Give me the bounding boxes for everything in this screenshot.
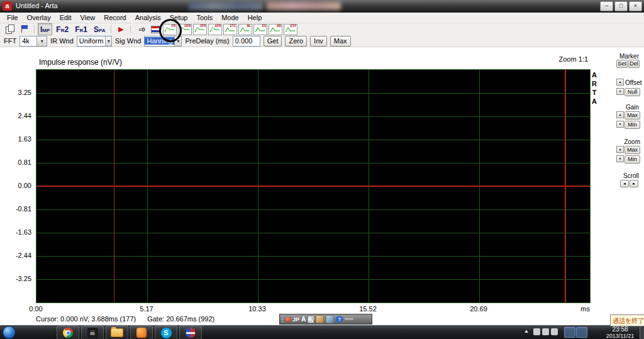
ir-wnd-dropdown[interactable]: Uniform ▼ (77, 36, 112, 47)
tray-ime-button[interactable] (576, 327, 587, 338)
scroll-right-button[interactable]: ► (630, 180, 638, 187)
tray-icon[interactable] (551, 328, 558, 335)
y-tick: 2.44 (10, 112, 31, 119)
chevron-down-icon[interactable]: ▼ (105, 36, 111, 46)
gain-up-spinner[interactable]: ▲ (616, 111, 624, 118)
gate-readout: Gate: 20.667ms (992) (147, 315, 214, 323)
y-tick: 3.25 (10, 89, 31, 96)
zoom-up-spinner[interactable]: ▲ (616, 146, 624, 153)
taskbar-explorer[interactable] (106, 326, 128, 339)
clock-time: 23:58 (601, 326, 640, 333)
y-tick: -0.81 (10, 205, 31, 213)
offset-down-spinner[interactable]: ▼ (616, 88, 624, 95)
menu-record[interactable]: Record (99, 13, 130, 22)
menu-overlay[interactable]: Overlay (23, 13, 55, 22)
close-button[interactable]: × (629, 1, 642, 11)
predelay-input[interactable] (233, 36, 260, 47)
zoom-down-spinner[interactable]: ▼ (616, 155, 624, 162)
offset-null-button[interactable]: Null (625, 88, 640, 96)
get-button[interactable]: Get (264, 36, 282, 47)
fft-dropdown[interactable]: 4k ▼ (19, 36, 47, 47)
record-play-icon[interactable]: ▶ (114, 23, 127, 35)
es-analysis-icon[interactable]: ES (253, 24, 267, 35)
ml-analysis-icon[interactable]: ML (238, 24, 252, 35)
tray-chevron-icon[interactable]: ▲ (524, 328, 529, 334)
window-title: Untitled - Arta (16, 2, 58, 9)
menu-help[interactable]: Help (243, 13, 267, 22)
skull-icon: ☠ (87, 328, 98, 338)
impulse-response-plot[interactable] (36, 69, 591, 303)
overlay-flag-icon[interactable] (18, 23, 31, 35)
ime-language-bar[interactable]: JP A 般 ? KANA (279, 314, 372, 325)
icon-label: 2FR (200, 25, 206, 28)
zero-button[interactable]: Zero (285, 36, 307, 47)
menu-analysis[interactable]: Analysis (131, 13, 165, 22)
arta-side-label: ARTA (591, 71, 598, 106)
mode-spa-button[interactable]: Spa (91, 23, 108, 35)
taskbar-chrome[interactable] (57, 326, 79, 339)
taskbar-skype[interactable]: S (155, 326, 177, 339)
tray-icon[interactable] (533, 328, 540, 335)
fr-analysis-icon[interactable]: FR (163, 24, 177, 35)
show-desktop-button[interactable] (640, 325, 644, 339)
ofr-analysis-icon[interactable]: OFR (178, 24, 192, 35)
ime-pad-icon[interactable] (326, 315, 334, 323)
etc-analysis-icon[interactable]: ETC (223, 24, 237, 35)
offset-up-spinner[interactable]: ▲ (616, 79, 624, 86)
y-tick: 0.00 (10, 182, 31, 189)
ime-kana-label[interactable]: KANA (345, 318, 353, 321)
est-analysis-icon[interactable]: EST (284, 24, 297, 35)
flag-icon[interactable] (150, 23, 162, 35)
chevron-down-icon[interactable]: ▼ (174, 36, 181, 46)
copy-icon[interactable] (3, 23, 17, 35)
taskbar-media-player[interactable] (179, 326, 202, 339)
icon-label: AFR (214, 25, 221, 28)
taskbar-media-app[interactable]: ☠ (81, 326, 104, 339)
ime-conversion-mode[interactable]: 般 (308, 314, 314, 324)
icon-label: ETC (230, 25, 236, 28)
loopback-icon[interactable]: ≡0 (134, 23, 149, 35)
menu-edit[interactable]: Edit (55, 13, 76, 22)
cursor-marker-line[interactable] (114, 70, 114, 303)
ime-jp-label[interactable]: JP (292, 316, 299, 323)
menu-mode[interactable]: Mode (217, 13, 243, 22)
mode-impulse-button[interactable]: Imp (38, 23, 52, 35)
marker-set-button[interactable]: Set (616, 60, 628, 68)
inv-button[interactable]: Inv (310, 36, 327, 47)
grip-handle-icon[interactable] (282, 316, 284, 323)
ime-help-icon[interactable]: ? (336, 316, 343, 323)
menu-tools[interactable]: Tools (192, 13, 217, 22)
media-player-icon (186, 328, 196, 338)
afr-analysis-icon[interactable]: AFR (208, 24, 222, 35)
ime-input-mode[interactable]: A (301, 316, 306, 323)
zoom-max-button[interactable]: Max (625, 146, 640, 154)
sig-wnd-dropdown[interactable]: Hanning ▼ (144, 36, 182, 47)
menu-file[interactable]: File (3, 13, 23, 22)
mode-fr2-button[interactable]: Fr2 (53, 23, 71, 35)
gain-label: Gain (623, 104, 639, 111)
menu-setup[interactable]: Setup (165, 13, 192, 22)
gain-down-spinner[interactable]: ▼ (616, 121, 624, 128)
taskbar-clock[interactable]: 23:58 2013/11/21 (601, 326, 640, 339)
tray-icon[interactable] (542, 328, 549, 335)
bd-analysis-icon[interactable]: BD (269, 24, 282, 35)
gain-min-button[interactable]: Min (625, 121, 640, 129)
taskbar-orange-app[interactable] (130, 326, 153, 339)
menu-view[interactable]: View (76, 13, 100, 22)
marker-del-button[interactable]: Del (628, 60, 640, 68)
zoom-min-button[interactable]: Min (625, 155, 640, 164)
gain-max-button[interactable]: Max (625, 111, 640, 119)
maximize-button[interactable]: □ (614, 1, 628, 11)
gate-marker-line[interactable] (565, 70, 566, 303)
chevron-down-icon[interactable]: ▼ (36, 36, 47, 46)
gridline-h (36, 140, 590, 140)
max-button[interactable]: Max (330, 36, 351, 47)
tray-ime-button[interactable] (564, 327, 575, 338)
scroll-left-button[interactable]: ◄ (620, 180, 629, 187)
fr2-analysis-icon[interactable]: 2FR (193, 24, 207, 35)
start-button[interactable] (3, 326, 16, 339)
fft-label: FFT (4, 37, 16, 45)
minimize-button[interactable]: – (600, 1, 613, 11)
ime-tool-icon[interactable] (316, 315, 324, 323)
mode-fr1-button[interactable]: Fr1 (72, 23, 90, 35)
